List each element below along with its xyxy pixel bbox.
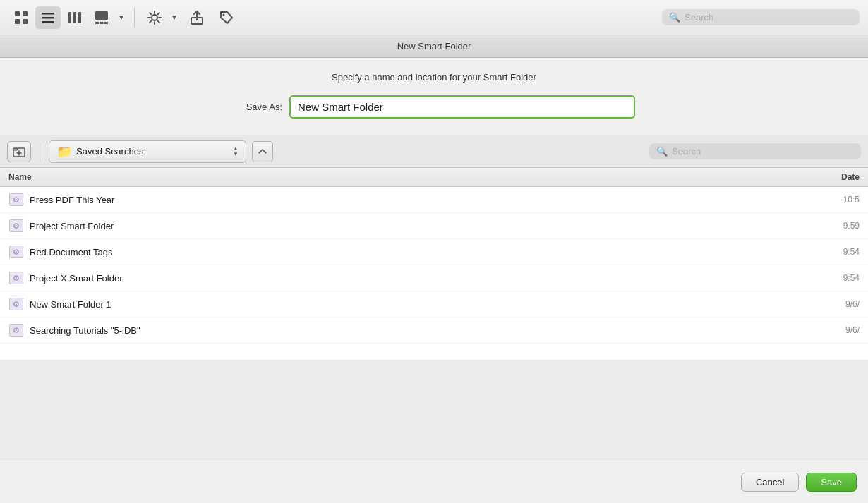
svg-rect-11 [95,22,99,24]
bottom-bar: Cancel Save [0,461,868,503]
list-item[interactable]: Press PDF This Year 10:5 [0,187,868,213]
svg-line-22 [150,20,151,22]
svg-rect-3 [23,19,28,24]
arrange-dropdown-button[interactable]: ▼ [169,10,180,25]
view-grid-button[interactable] [8,6,34,29]
save-button[interactable]: Save [806,473,857,492]
save-as-row: Save As: [233,95,635,119]
cancel-button[interactable]: Cancel [741,473,799,492]
view-dropdown-button[interactable]: ▼ [116,10,127,25]
file-name-0: Press PDF This Year [30,195,817,205]
view-list-button[interactable] [35,6,61,29]
window-title: New Smart Folder [397,41,471,51]
svg-rect-13 [104,22,108,24]
file-name-2: Red Document Tags [30,247,817,257]
toolbar-search-bar[interactable]: 🔍 Search [662,9,860,25]
svg-line-20 [158,20,159,22]
toolbar-search-icon: 🔍 [669,12,680,23]
list-item[interactable]: Project X Smart Folder 9:54 [0,265,868,291]
smart-folder-icon-5 [8,322,24,338]
location-row: 📁 Saved Searches ▲ ▼ 🔍 Search [0,135,868,168]
new-folder-button[interactable] [7,141,31,162]
file-date-0: 10:5 [817,195,860,205]
toolbar-right: 🔍 Search [662,9,860,25]
location-search-placeholder: Search [672,146,701,157]
file-name-3: Project X Smart Folder [30,273,817,284]
svg-rect-12 [100,22,104,24]
file-name-4: New Smart Folder 1 [30,299,817,310]
file-date-4: 9/6/ [817,299,860,309]
smart-folder-icon-4 [8,296,24,312]
column-name-header: Name [8,172,817,182]
toolbar-sep-1 [134,8,135,28]
view-gallery-group: ▼ [89,6,127,29]
file-name-5: Searching Tutorials "5-iDB" [30,325,817,336]
file-date-1: 9:59 [817,221,860,231]
file-list: Press PDF This Year 10:5 Project Smart F… [0,187,868,360]
svg-rect-10 [95,11,108,20]
svg-line-19 [150,13,151,14]
file-list-header: Name Date [0,168,868,187]
column-date-header: Date [817,172,860,182]
svg-rect-6 [42,21,54,23]
location-label: Saved Searches [76,146,229,157]
folder-name-input[interactable] [289,95,635,119]
arrange-group: ▼ [142,6,180,29]
svg-rect-8 [73,12,76,23]
svg-rect-5 [42,17,54,19]
smart-folder-icon-3 [8,270,24,286]
tag-button[interactable] [214,6,239,29]
list-item[interactable]: Project Smart Folder 9:59 [0,213,868,239]
location-folder-icon: 📁 [56,144,72,159]
list-item[interactable]: New Smart Folder 1 9/6/ [0,291,868,317]
smart-folder-icon-1 [8,218,24,234]
action-button[interactable] [142,6,167,29]
svg-rect-7 [68,12,71,23]
save-as-label: Save As: [233,102,282,112]
title-bar: New Smart Folder [0,35,868,58]
svg-rect-9 [78,12,81,23]
collapse-button[interactable] [252,141,273,162]
share-button[interactable] [184,6,210,29]
toolbar: ▼ ▼ [0,0,868,35]
svg-rect-0 [15,11,20,16]
svg-point-24 [222,13,224,16]
smart-folder-icon-0 [8,192,24,207]
location-dropdown[interactable]: 📁 Saved Searches ▲ ▼ [49,140,246,163]
file-date-3: 9:54 [817,273,860,283]
dialog-area: Specify a name and location for your Sma… [0,58,868,135]
location-search-bar[interactable]: 🔍 Search [649,143,861,159]
smart-folder-icon-2 [8,244,24,260]
file-name-1: Project Smart Folder [30,221,817,231]
toolbar-search-placeholder: Search [685,12,713,23]
list-item[interactable]: Red Document Tags 9:54 [0,239,868,265]
svg-point-14 [152,15,157,20]
view-mode-group: ▼ [8,6,127,29]
view-gallery-button[interactable] [89,6,114,29]
chevron-updown-icon: ▲ ▼ [233,146,239,157]
location-separator [40,142,40,162]
svg-rect-1 [23,11,28,16]
svg-rect-4 [42,13,54,15]
view-columns-button[interactable] [62,6,88,29]
file-date-2: 9:54 [817,247,860,257]
file-date-5: 9/6/ [817,325,860,335]
list-item[interactable]: Searching Tutorials "5-iDB" 9/6/ [0,317,868,344]
location-search-icon: 🔍 [656,146,668,157]
svg-rect-2 [15,19,20,24]
svg-line-21 [158,13,159,14]
dialog-subtitle: Specify a name and location for your Sma… [332,72,536,83]
